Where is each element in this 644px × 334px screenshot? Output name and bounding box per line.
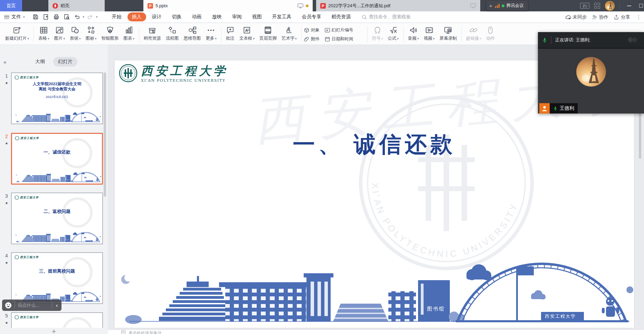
menu-tab-开始[interactable]: 开始 (107, 12, 126, 21)
icons-icon (87, 26, 95, 35)
share-button[interactable]: 分享 (614, 14, 630, 20)
slide-thumbnail-5[interactable]: 西安工程大学四、安全问题 (11, 312, 103, 328)
present-monitor-icon[interactable] (470, 3, 476, 8)
meeting-chat-bubble[interactable]: 说点什么... ‹ (2, 299, 61, 311)
ribbon-slide-number[interactable]: 幻灯片编号 (324, 27, 353, 33)
ribbon-screen-record[interactable]: 屏幕录制 (437, 23, 459, 43)
new-tab-plus-icon[interactable]: + (489, 3, 492, 9)
notes-bar[interactable]: 单击此处添加备注 (108, 330, 644, 334)
ribbon-table[interactable]: 表格▾ (36, 23, 52, 43)
ribbon-header-footer[interactable]: 页眉页脚 (257, 23, 279, 43)
ribbon-video[interactable]: 视频▾ (421, 23, 437, 43)
home-tab[interactable]: 首页 (0, 0, 22, 11)
collaborate-button[interactable]: 协作 (592, 14, 608, 20)
ribbon-shapes[interactable]: 形状▾ (67, 23, 83, 43)
dropdown-caret-icon: ▾ (295, 37, 297, 40)
ribbon-symbol[interactable]: 符号▾ (370, 23, 386, 43)
dropdown-caret-icon: ▾ (397, 37, 399, 40)
ribbon-hyperlink[interactable]: 超链接▾ (464, 23, 484, 43)
sidebar-scrollbar[interactable] (104, 72, 106, 197)
present-monitor-icon[interactable] (297, 3, 303, 8)
app-grid-icon[interactable] (594, 3, 600, 9)
menu-tab-放映[interactable]: 放映 (208, 12, 226, 21)
hyperlink-icon (469, 26, 478, 35)
chart-icon (124, 26, 133, 35)
dropdown-caret-icon: ▾ (215, 37, 217, 40)
maximize-button[interactable] (638, 0, 643, 11)
print-preview-button[interactable] (62, 12, 71, 21)
window-manage-icon[interactable]: 2 (580, 3, 589, 9)
meeting-video-tile[interactable]: 王德利 (538, 48, 644, 114)
docer-tab[interactable]: 稻壳 (48, 0, 105, 11)
ribbon-object[interactable]: 对象 (304, 27, 320, 33)
redo-button[interactable] (86, 12, 95, 21)
slide-thumbnail-4[interactable]: 西安工程大学三、提前离校问题 (11, 252, 103, 304)
more-menu-icon[interactable]: ⋮ (636, 14, 641, 20)
ribbon-group-divider (461, 26, 462, 42)
menu-tab-开发工具[interactable]: 开发工具 (268, 12, 296, 21)
ribbon-action[interactable]: 动作 (484, 23, 497, 43)
emoji-icon[interactable] (5, 302, 12, 309)
menu-bar-right: 未同步 协作 分享 ⋮ (565, 11, 642, 23)
minimize-button[interactable] (625, 0, 634, 11)
ribbon-datetime[interactable]: 日期和时间 (324, 36, 353, 42)
textbox-icon (243, 26, 251, 35)
print-button[interactable] (52, 12, 61, 21)
redo-dropdown-icon[interactable]: ▾ (96, 15, 98, 19)
save-button[interactable] (31, 12, 40, 21)
menu-tab-稻壳资源[interactable]: 稻壳资源 (327, 12, 356, 21)
user-avatar[interactable] (605, 1, 615, 11)
unsaved-indicator-dot (306, 4, 309, 7)
slide-thumbnail-1[interactable]: 西安工程大学人文学院2022届毕业生文明离校 与安全教育大会2022年6月23日 (11, 72, 103, 124)
menu-tab-动画[interactable]: 动画 (188, 12, 206, 21)
menu-tab-切换[interactable]: 切换 (168, 12, 186, 21)
participant-mic-icon (553, 106, 558, 111)
ribbon-attachment[interactable]: 附件 (304, 36, 320, 42)
ribbon-new-slide[interactable]: 新建幻灯片▾ (3, 23, 31, 43)
collapse-panel-icon[interactable]: « (3, 59, 6, 65)
ribbon-formula[interactable]: 公式▾ (385, 23, 401, 43)
ribbon-chart[interactable]: 图表▾ (121, 23, 137, 43)
collapse-chat-icon[interactable]: ‹ (55, 302, 59, 308)
tencent-meeting-mini-bar[interactable]: + 腾讯会议 (486, 1, 528, 11)
undo-button[interactable] (73, 12, 82, 21)
ribbon-mindmap[interactable]: 思维导图 (181, 23, 203, 43)
object-icon (304, 27, 310, 33)
ribbon-picture[interactable]: 图片▾ (52, 23, 68, 43)
chat-input[interactable]: 说点什么... (18, 302, 49, 308)
menu-tab-视图[interactable]: 视图 (248, 12, 266, 21)
save-as-button[interactable] (41, 12, 50, 21)
more-icon (207, 26, 215, 35)
ribbon-audio[interactable]: 音频▾ (406, 23, 422, 43)
ribbon-wordart[interactable]: 艺术字▾ (279, 23, 299, 43)
command-search[interactable]: 查找命令、搜索模板 (362, 14, 411, 20)
ribbon-textbox[interactable]: 文本框▾ (237, 23, 257, 43)
ribbon-comment[interactable]: 批注 (224, 23, 237, 43)
ribbon-smartart[interactable]: 智能图形 (99, 23, 121, 43)
wordart-icon (285, 26, 293, 35)
university-logo-mini: 西安工程大学 (15, 136, 39, 140)
document-tab-pdf[interactable]: P 2022学字24号...工作的通知.pdf (316, 0, 480, 11)
tencent-meeting-overlay[interactable]: 正在讲话: 王德利; 王德利 (538, 32, 644, 114)
ribbon-docer-resource[interactable]: 稻壳资源 (141, 23, 163, 43)
file-menu-button[interactable]: 文件 ▾ (0, 14, 28, 20)
menu-tab-审阅[interactable]: 审阅 (228, 12, 246, 21)
outline-tab[interactable]: 大纲 (30, 57, 50, 67)
wps-presentation-window: 首页 稻壳 P 5.pptx P 2022学字24号...工作的通知.pdf +… (0, 0, 644, 334)
slide-title[interactable]: 一、 诚信还款 (115, 129, 634, 159)
slide-thumbnail-2[interactable]: 西安工程大学一、诚信还款 (11, 133, 103, 185)
undo-dropdown-icon[interactable]: ▾ (83, 15, 85, 19)
add-slide-button[interactable]: + (0, 327, 108, 334)
menu-tab-设计[interactable]: 设计 (148, 12, 166, 21)
sync-status-button[interactable]: 未同步 (565, 14, 587, 20)
document-tab-5pptx[interactable]: P 5.pptx (143, 0, 313, 11)
ribbon-icons[interactable]: 图标▾ (83, 23, 99, 43)
university-logo-mini: 西安工程大学 (15, 195, 39, 200)
ribbon-flowchart[interactable]: 流程图 (163, 23, 181, 43)
ribbon-more[interactable]: 更多▾ (203, 23, 219, 43)
menu-tab-会员专享[interactable]: 会员专享 (297, 12, 326, 21)
slide-thumbnail-3[interactable]: 西安工程大学二、返校问题 (11, 193, 103, 244)
menu-tab-插入[interactable]: 插入 (127, 12, 146, 21)
slides-tab[interactable]: 幻灯片 (53, 57, 77, 67)
university-logo-mini: 西安工程大学 (15, 75, 39, 80)
